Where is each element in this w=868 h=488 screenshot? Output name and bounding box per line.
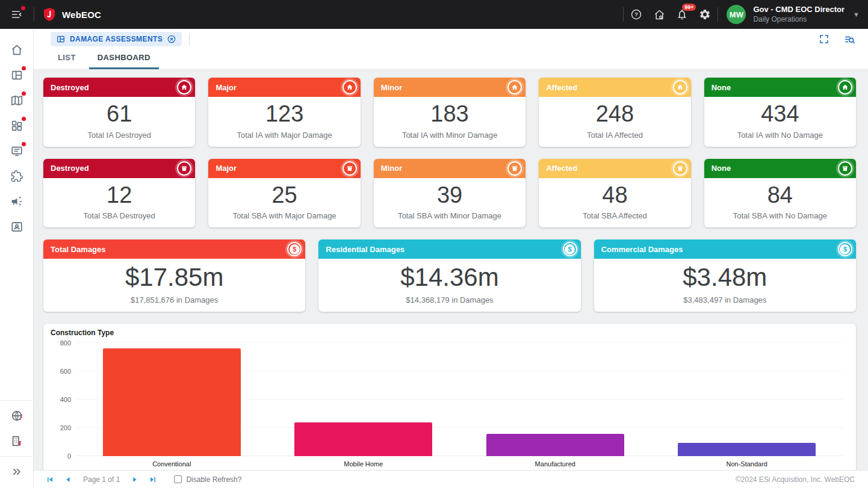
card-body: $3.48m $3,483,497 in Damages — [594, 259, 856, 311]
sidebar-item-boards[interactable] — [5, 63, 29, 88]
tab-dashboard[interactable]: DASHBOARD — [89, 48, 159, 69]
user-info[interactable]: Gov - CMD EOC Director Daily Operations — [753, 5, 845, 23]
fullscreen-icon[interactable] — [814, 29, 834, 49]
sidebar-item-plugins[interactable] — [5, 113, 29, 138]
board-icon — [56, 34, 66, 44]
card-body: 123 Total IA with Major Damage — [208, 97, 360, 147]
globe-icon — [10, 409, 23, 422]
webeoc-app: WebEOC ? 99+ MW Gov - CMD EOC Director D… — [0, 0, 868, 488]
sidebar-item-maps[interactable] — [5, 88, 29, 113]
menu-toggle-icon[interactable] — [7, 4, 27, 25]
megaphone-icon — [10, 195, 23, 208]
card-caption: Total SBA with Minor Damage — [379, 211, 521, 220]
disable-refresh-control[interactable]: Disable Refresh? — [174, 475, 241, 484]
sidebar-item-broadcast[interactable] — [5, 189, 29, 214]
card-header: Commercial Damages $ — [594, 239, 856, 259]
card-body: 248 Total IA Affected — [539, 97, 690, 147]
summary-card[interactable]: Residential Damages $ $14.36m $14,368,17… — [318, 239, 580, 311]
summary-card[interactable]: Destroyed 61 Total IA Destroyed — [43, 78, 195, 147]
card-header: Minor — [374, 159, 525, 178]
card-title: Commercial Damages — [601, 245, 683, 254]
storefront-icon — [673, 161, 687, 176]
card-title: Minor — [381, 164, 402, 173]
card-body: $14.36m $14,368,179 in Damages — [318, 259, 580, 311]
next-page-button[interactable] — [127, 473, 143, 486]
maps-alert-dot — [22, 91, 26, 96]
previous-page-button[interactable] — [60, 473, 76, 486]
summary-card[interactable]: Affected 48 Total SBA Affected — [539, 159, 690, 228]
settings-gear-icon[interactable] — [695, 4, 715, 25]
sidebar-item-home[interactable] — [5, 37, 29, 63]
bar-conventional[interactable] — [103, 348, 241, 456]
card-title: None — [711, 83, 731, 92]
card-caption: Total IA with No Damage — [709, 131, 851, 140]
bar-manufactured[interactable] — [486, 434, 624, 456]
board-chip-damage-assessments[interactable]: DAMAGE ASSESSMENTS — [51, 32, 182, 46]
user-subtitle: Daily Operations — [753, 15, 845, 24]
copyright-text: ©2024 ESi Acquisition, Inc. WebEOC — [736, 475, 855, 484]
summary-card[interactable]: None 434 Total IA with No Damage — [704, 78, 856, 147]
boards-alert-dot — [22, 66, 26, 70]
chart-column: Manufactured — [459, 343, 651, 456]
summary-card[interactable]: Destroyed 12 Total SBA Destroyed — [43, 159, 195, 228]
user-menu-chevron-down-icon[interactable]: ▼ — [853, 11, 860, 18]
user-avatar[interactable]: MW — [727, 5, 746, 24]
search-boards-icon[interactable] — [839, 29, 860, 49]
first-page-button[interactable] — [42, 473, 58, 486]
summary-card[interactable]: Minor 183 Total IA with Minor Damage — [374, 78, 525, 147]
summary-card[interactable]: Affected 248 Total IA Affected — [539, 78, 690, 147]
card-value: $3.48m — [599, 262, 851, 292]
card-title: Affected — [546, 83, 577, 92]
disable-refresh-checkbox[interactable] — [174, 475, 182, 483]
summary-card[interactable]: Total Damages $ $17.85m $17,851,676 in D… — [43, 239, 305, 311]
bar-non-standard[interactable] — [678, 443, 816, 456]
open-boards-bar: DAMAGE ASSESSMENTS — [34, 29, 868, 49]
card-body: 84 Total SBA with No Damage — [704, 178, 856, 228]
storefront-icon — [343, 161, 357, 176]
card-title: Residential Damages — [326, 245, 405, 254]
summary-card[interactable]: None 84 Total SBA with No Damage — [704, 159, 856, 228]
sidebar-item-tools[interactable] — [5, 164, 29, 189]
card-caption: Total SBA Destroyed — [48, 211, 190, 220]
summary-card[interactable]: Commercial Damages $ $3.48m $3,483,497 i… — [594, 239, 856, 311]
board-chip-label: DAMAGE ASSESSMENTS — [70, 35, 163, 43]
sidebar-expand-button[interactable] — [5, 459, 29, 484]
card-value: 84 — [709, 182, 851, 209]
card-header: Major — [208, 78, 360, 97]
notifications-bell-icon[interactable]: 99+ — [672, 4, 692, 25]
sidebar-item-messages[interactable] — [5, 138, 29, 164]
home-settings-icon[interactable] — [649, 4, 669, 25]
notification-count-badge: 99+ — [682, 4, 696, 11]
sidebar-item-organization[interactable] — [5, 428, 29, 454]
sidebar-item-global[interactable] — [5, 403, 29, 428]
contact-badge-icon — [10, 220, 23, 233]
summary-card[interactable]: Major 123 Total IA with Major Damage — [208, 78, 360, 147]
summary-card[interactable]: Major 25 Total SBA with Major Damage — [208, 159, 360, 228]
y-axis-tick-label: 200 — [52, 424, 71, 431]
sba-cards-row: Destroyed 12 Total SBA Destroyed Major 2… — [43, 159, 856, 228]
chip-divider — [189, 33, 190, 45]
card-header: None — [704, 159, 856, 178]
last-page-button[interactable] — [145, 473, 161, 486]
card-caption: Total IA Destroyed — [48, 131, 190, 140]
card-title: Destroyed — [51, 164, 89, 173]
summary-card[interactable]: Minor 39 Total SBA with Minor Damage — [374, 159, 525, 228]
card-caption: Total IA with Major Damage — [213, 131, 355, 140]
brand: WebEOC — [34, 7, 110, 22]
card-caption: $17,851,676 in Damages — [48, 295, 300, 304]
map-icon — [10, 94, 23, 107]
x-axis-category-label: Non-Standard — [651, 460, 843, 468]
bar-mobile-home[interactable] — [294, 422, 432, 456]
card-body: 434 Total IA with No Damage — [704, 97, 856, 147]
disable-refresh-label: Disable Refresh? — [186, 475, 241, 484]
help-icon[interactable]: ? — [626, 4, 646, 25]
close-icon[interactable] — [167, 34, 176, 44]
sidebar-item-contacts[interactable] — [5, 214, 29, 239]
card-value: 25 — [213, 182, 355, 209]
card-caption: Total IA with Minor Damage — [379, 131, 521, 140]
tab-list[interactable]: LIST — [49, 48, 84, 69]
y-axis-tick-label: 600 — [52, 368, 71, 375]
card-value: 123 — [213, 100, 355, 128]
y-axis-tick-label: 800 — [52, 339, 71, 347]
building-icon — [10, 434, 23, 448]
